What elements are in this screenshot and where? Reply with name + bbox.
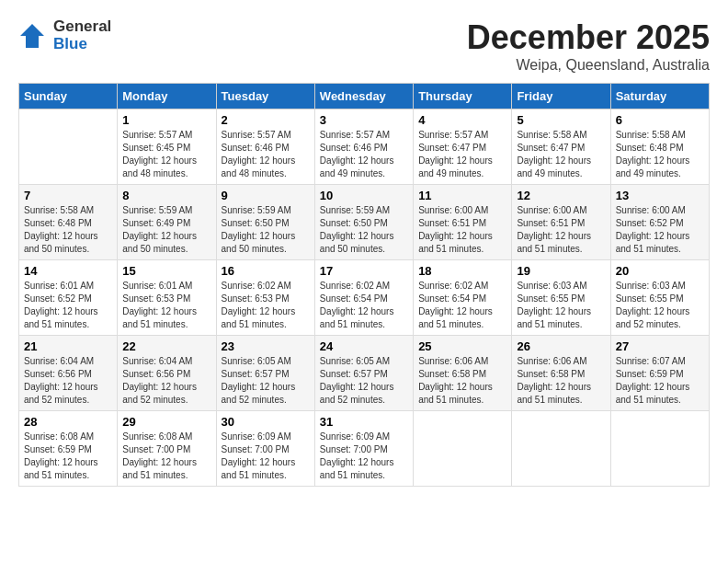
calendar-table: SundayMondayTuesdayWednesdayThursdayFrid…: [18, 83, 710, 487]
day-info: Sunrise: 6:03 AMSunset: 6:55 PMDaylight:…: [517, 280, 605, 331]
calendar-cell: [414, 411, 512, 487]
day-number: 29: [122, 415, 210, 429]
calendar-cell: 16Sunrise: 6:02 AMSunset: 6:53 PMDayligh…: [216, 260, 314, 336]
day-info: Sunrise: 6:01 AMSunset: 6:52 PMDaylight:…: [24, 280, 112, 331]
day-number: 15: [122, 264, 210, 278]
day-info: Sunrise: 5:59 AMSunset: 6:50 PMDaylight:…: [320, 204, 408, 256]
day-info: Sunrise: 6:03 AMSunset: 6:55 PMDaylight:…: [616, 280, 704, 331]
day-info: Sunrise: 6:08 AMSunset: 6:59 PMDaylight:…: [24, 431, 112, 482]
day-number: 8: [122, 189, 210, 202]
day-info: Sunrise: 5:57 AMSunset: 6:46 PMDaylight:…: [320, 129, 408, 180]
column-header-wednesday: Wednesday: [314, 84, 413, 109]
day-number: 27: [616, 339, 704, 353]
day-number: 23: [222, 339, 310, 353]
calendar-cell: 20Sunrise: 6:03 AMSunset: 6:55 PMDayligh…: [610, 260, 709, 336]
day-info: Sunrise: 6:08 AMSunset: 7:00 PMDaylight:…: [122, 431, 210, 482]
day-info: Sunrise: 5:58 AMSunset: 6:48 PMDaylight:…: [616, 129, 704, 180]
day-info: Sunrise: 5:58 AMSunset: 6:47 PMDaylight:…: [517, 129, 605, 180]
calendar-cell: 14Sunrise: 6:01 AMSunset: 6:52 PMDayligh…: [19, 260, 118, 336]
calendar-cell: 17Sunrise: 6:02 AMSunset: 6:54 PMDayligh…: [314, 260, 413, 336]
day-info: Sunrise: 5:57 AMSunset: 6:47 PMDaylight:…: [418, 129, 506, 180]
calendar-cell: 19Sunrise: 6:03 AMSunset: 6:55 PMDayligh…: [512, 260, 610, 336]
svg-marker-0: [20, 24, 44, 48]
day-number: 4: [418, 113, 506, 127]
day-info: Sunrise: 6:07 AMSunset: 6:59 PMDaylight:…: [616, 355, 704, 407]
day-number: 12: [517, 189, 605, 202]
day-info: Sunrise: 5:59 AMSunset: 6:49 PMDaylight:…: [122, 204, 210, 256]
day-number: 19: [517, 264, 605, 278]
calendar-cell: 5Sunrise: 5:58 AMSunset: 6:47 PMDaylight…: [512, 109, 610, 185]
logo-bird-icon: [18, 22, 46, 50]
day-number: 10: [320, 189, 408, 202]
day-number: 26: [517, 339, 605, 353]
calendar-cell: 24Sunrise: 6:05 AMSunset: 6:57 PMDayligh…: [314, 336, 413, 411]
calendar-cell: [512, 411, 610, 487]
calendar-cell: 4Sunrise: 5:57 AMSunset: 6:47 PMDaylight…: [414, 109, 512, 185]
calendar-cell: 12Sunrise: 6:00 AMSunset: 6:51 PMDayligh…: [512, 185, 610, 260]
day-info: Sunrise: 6:04 AMSunset: 6:56 PMDaylight:…: [24, 355, 112, 407]
calendar-cell: 28Sunrise: 6:08 AMSunset: 6:59 PMDayligh…: [19, 411, 118, 487]
column-header-friday: Friday: [512, 84, 610, 109]
calendar-cell: 2Sunrise: 5:57 AMSunset: 6:46 PMDaylight…: [216, 109, 314, 185]
calendar-cell: 13Sunrise: 6:00 AMSunset: 6:52 PMDayligh…: [610, 185, 709, 260]
calendar-week-1: 1Sunrise: 5:57 AMSunset: 6:45 PMDaylight…: [19, 109, 710, 185]
day-number: 11: [418, 189, 506, 202]
day-number: 6: [616, 113, 704, 127]
day-info: Sunrise: 6:02 AMSunset: 6:53 PMDaylight:…: [222, 280, 310, 331]
day-number: 16: [222, 264, 310, 278]
calendar-cell: 8Sunrise: 5:59 AMSunset: 6:49 PMDaylight…: [118, 185, 216, 260]
logo-general-text: General: [53, 18, 111, 36]
day-number: 1: [122, 113, 210, 127]
calendar-cell: 7Sunrise: 5:58 AMSunset: 6:48 PMDaylight…: [19, 185, 118, 260]
calendar-cell: 11Sunrise: 6:00 AMSunset: 6:51 PMDayligh…: [414, 185, 512, 260]
header: General Blue December 2025 Weipa, Queens…: [18, 18, 710, 74]
day-number: 14: [24, 264, 112, 278]
calendar-week-2: 7Sunrise: 5:58 AMSunset: 6:48 PMDaylight…: [19, 185, 710, 260]
calendar-week-5: 28Sunrise: 6:08 AMSunset: 6:59 PMDayligh…: [19, 411, 710, 487]
column-header-thursday: Thursday: [414, 84, 512, 109]
day-number: 2: [222, 113, 310, 127]
day-number: 25: [418, 339, 506, 353]
calendar-cell: 26Sunrise: 6:06 AMSunset: 6:58 PMDayligh…: [512, 336, 610, 411]
calendar-cell: 10Sunrise: 5:59 AMSunset: 6:50 PMDayligh…: [314, 185, 413, 260]
day-info: Sunrise: 6:09 AMSunset: 7:00 PMDaylight:…: [222, 431, 310, 482]
day-info: Sunrise: 5:57 AMSunset: 6:46 PMDaylight:…: [222, 129, 310, 180]
day-number: 18: [418, 264, 506, 278]
calendar-cell: 21Sunrise: 6:04 AMSunset: 6:56 PMDayligh…: [19, 336, 118, 411]
day-info: Sunrise: 6:00 AMSunset: 6:52 PMDaylight:…: [616, 204, 704, 256]
calendar-cell: 29Sunrise: 6:08 AMSunset: 7:00 PMDayligh…: [118, 411, 216, 487]
column-header-saturday: Saturday: [610, 84, 709, 109]
calendar-cell: 27Sunrise: 6:07 AMSunset: 6:59 PMDayligh…: [610, 336, 709, 411]
day-info: Sunrise: 6:05 AMSunset: 6:57 PMDaylight:…: [222, 355, 310, 407]
day-info: Sunrise: 6:05 AMSunset: 6:57 PMDaylight:…: [320, 355, 408, 407]
column-header-monday: Monday: [118, 84, 216, 109]
day-number: 7: [24, 189, 112, 202]
day-number: 17: [320, 264, 408, 278]
logo-blue-text: Blue: [53, 36, 111, 53]
day-info: Sunrise: 5:58 AMSunset: 6:48 PMDaylight:…: [24, 204, 112, 256]
day-number: 5: [517, 113, 605, 127]
day-info: Sunrise: 6:06 AMSunset: 6:58 PMDaylight:…: [517, 355, 605, 407]
day-info: Sunrise: 6:02 AMSunset: 6:54 PMDaylight:…: [418, 280, 506, 331]
day-info: Sunrise: 6:06 AMSunset: 6:58 PMDaylight:…: [418, 355, 506, 407]
calendar-cell: [19, 109, 118, 185]
day-number: 9: [222, 189, 310, 202]
calendar-cell: 31Sunrise: 6:09 AMSunset: 7:00 PMDayligh…: [314, 411, 413, 487]
day-info: Sunrise: 6:00 AMSunset: 6:51 PMDaylight:…: [517, 204, 605, 256]
day-number: 28: [24, 415, 112, 429]
day-number: 22: [122, 339, 210, 353]
calendar-week-4: 21Sunrise: 6:04 AMSunset: 6:56 PMDayligh…: [19, 336, 710, 411]
day-info: Sunrise: 5:57 AMSunset: 6:45 PMDaylight:…: [122, 129, 210, 180]
column-header-sunday: Sunday: [19, 84, 118, 109]
day-number: 3: [320, 113, 408, 127]
calendar-cell: 15Sunrise: 6:01 AMSunset: 6:53 PMDayligh…: [118, 260, 216, 336]
day-info: Sunrise: 5:59 AMSunset: 6:50 PMDaylight:…: [222, 204, 310, 256]
day-number: 31: [320, 415, 408, 429]
calendar-cell: 3Sunrise: 5:57 AMSunset: 6:46 PMDaylight…: [314, 109, 413, 185]
calendar-cell: 6Sunrise: 5:58 AMSunset: 6:48 PMDaylight…: [610, 109, 709, 185]
day-info: Sunrise: 6:09 AMSunset: 7:00 PMDaylight:…: [320, 431, 408, 482]
logo: General Blue: [18, 18, 111, 52]
calendar-cell: 18Sunrise: 6:02 AMSunset: 6:54 PMDayligh…: [414, 260, 512, 336]
day-number: 21: [24, 339, 112, 353]
day-number: 20: [616, 264, 704, 278]
